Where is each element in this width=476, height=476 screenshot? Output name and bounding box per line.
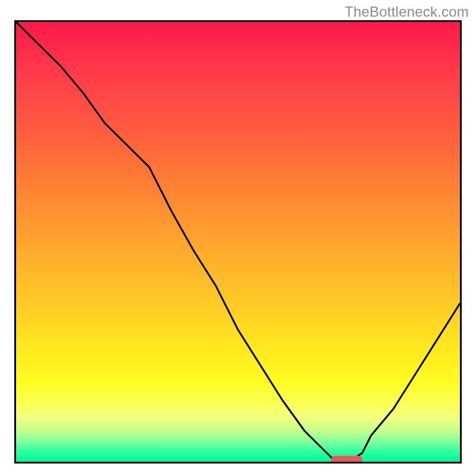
sweet-spot-marker: [331, 456, 362, 462]
chart-container: TheBottleneck.com: [0, 0, 476, 476]
curve-layer: [16, 22, 460, 462]
plot-frame: [14, 20, 462, 464]
watermark-text: TheBottleneck.com: [345, 4, 469, 20]
bottleneck-curve-path: [16, 22, 460, 462]
